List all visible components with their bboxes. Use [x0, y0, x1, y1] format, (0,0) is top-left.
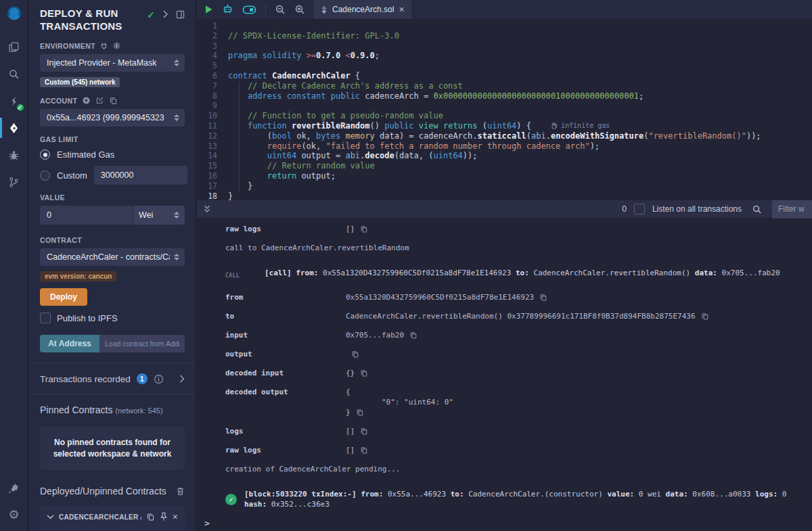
code-line[interactable]: 2// SPDX-License-Identifier: GPL-3.0: [197, 31, 812, 41]
divider: [29, 394, 196, 394]
trash-icon[interactable]: [176, 486, 185, 496]
search-icon[interactable]: [0, 62, 28, 86]
pin-panel-icon[interactable]: [176, 10, 185, 19]
ai-assistant-icon[interactable]: [222, 4, 233, 15]
contract-select[interactable]: CadenceArchCaler - contracts/Cac: [40, 248, 185, 266]
copy-icon[interactable]: [146, 512, 155, 522]
info-icon[interactable]: [112, 41, 121, 50]
line-number: 4: [197, 51, 228, 61]
at-address-input[interactable]: [99, 335, 185, 352]
tab-close-icon[interactable]: ×: [399, 6, 404, 13]
terminal-kv-row: logs[]: [225, 426, 805, 436]
account-select[interactable]: 0x55a...46923 (999.999945323: [40, 109, 185, 126]
zoom-out-button[interactable]: [275, 4, 286, 15]
terminal-kv-row: from0x55a1320D432759960C5Df0215a8dF78e1E…: [225, 292, 805, 302]
code-line[interactable]: 13 require(ok, "failed to fetch a random…: [197, 141, 812, 152]
code-line[interactable]: 17 }: [197, 181, 812, 191]
code-line[interactable]: 8 address constant public cadenceArch = …: [197, 91, 812, 101]
publish-ipfs-checkbox[interactable]: [40, 313, 51, 323]
remix-logo-icon[interactable]: [5, 5, 24, 24]
line-number: 15: [197, 161, 228, 171]
value-input[interactable]: [40, 206, 133, 225]
copy-icon[interactable]: [351, 350, 359, 359]
terminal-kv-row: raw logs[]: [225, 445, 805, 455]
debugger-icon[interactable]: [0, 143, 28, 167]
copy-icon[interactable]: [701, 312, 709, 321]
listen-all-checkbox[interactable]: [634, 204, 645, 214]
code-line[interactable]: 3: [197, 41, 812, 51]
deploy-run-icon[interactable]: [0, 116, 28, 140]
code-line[interactable]: 6contract CadenceArchCaler {: [197, 71, 812, 81]
pin-icon[interactable]: [160, 512, 168, 522]
settings-icon[interactable]: ⚙: [0, 503, 28, 527]
git-branch-icon[interactable]: [0, 170, 28, 194]
line-number: 17: [197, 181, 228, 191]
collapse-terminal-icon[interactable]: [202, 204, 212, 214]
file-explorer-icon[interactable]: [0, 34, 28, 59]
log-level-tag: call: [225, 268, 265, 281]
code-line[interactable]: 12 (bool ok, bytes memory data) = cadenc…: [197, 131, 812, 141]
copy-icon[interactable]: [356, 408, 364, 417]
copy-icon[interactable]: [360, 446, 368, 455]
forward-chevron-icon[interactable]: [162, 10, 168, 18]
transactions-recorded-row[interactable]: Transactions recorded 1: [40, 363, 185, 394]
plugin-manager-icon[interactable]: [0, 476, 28, 500]
log-key: decoded input: [225, 368, 346, 378]
code-line[interactable]: 16 return output;: [197, 171, 812, 181]
code-line[interactable]: 4pragma solidity >=0.7.0 <0.9.0;: [197, 51, 812, 61]
line-number: 11: [197, 121, 228, 131]
add-account-icon[interactable]: [82, 96, 91, 105]
environment-select[interactable]: Injected Provider - MetaMask: [40, 54, 185, 72]
code-line[interactable]: 11 function revertibleRandom() public vi…: [197, 121, 812, 131]
terminal-filter-input[interactable]: [772, 200, 812, 218]
copy-account-icon[interactable]: [109, 96, 118, 105]
at-address-button[interactable]: At Address: [40, 335, 99, 352]
chevron-down-icon[interactable]: [47, 514, 54, 520]
publish-ipfs-option[interactable]: Publish to IPFS: [40, 313, 185, 323]
code-line[interactable]: 18}: [197, 191, 812, 200]
code-line[interactable]: 9: [197, 101, 812, 111]
copy-icon[interactable]: [360, 427, 368, 436]
copy-icon[interactable]: [360, 369, 368, 377]
line-number: 10: [197, 111, 228, 121]
copy-icon[interactable]: [409, 331, 418, 340]
close-icon[interactable]: ×: [173, 513, 178, 520]
run-script-button[interactable]: [204, 5, 213, 14]
copy-icon[interactable]: [539, 293, 547, 302]
zoom-in-button[interactable]: [294, 4, 305, 15]
line-number: 13: [197, 141, 228, 152]
terminal-text-row: call to CadenceArchCaler.revertibleRando…: [225, 243, 805, 253]
line-number: 14: [197, 151, 228, 161]
plug-icon[interactable]: [100, 42, 108, 50]
code-line[interactable]: 14 uint64 output = abi.decode(data, (uin…: [197, 151, 812, 161]
log-value: [346, 349, 359, 359]
network-badge: Custom (545) network: [40, 77, 120, 87]
code-line[interactable]: 7 // Declare Cadence Arch's address as a…: [197, 81, 812, 91]
code-line[interactable]: 15 // Return random value: [197, 161, 812, 171]
copy-icon[interactable]: [360, 225, 368, 233]
search-icon[interactable]: [752, 204, 762, 214]
solidity-compiler-icon[interactable]: ✓: [0, 89, 28, 113]
value-unit-select[interactable]: Wei: [133, 206, 185, 225]
block-summary[interactable]: [block:5033220 txIndex:-] from: 0x55a...…: [244, 489, 805, 509]
code-line[interactable]: 5: [197, 61, 812, 71]
custom-gas-radio[interactable]: [40, 170, 50, 181]
gas-estimate-annotation: infinite gas: [551, 121, 610, 131]
custom-gas-input[interactable]: [94, 166, 187, 185]
copilot-toggle-icon[interactable]: [242, 5, 256, 15]
edit-account-icon[interactable]: [95, 96, 104, 105]
tab-cadencearch-sol[interactable]: CadenceArch.sol ×: [314, 0, 411, 19]
code-line[interactable]: 10 // Function to get a pseudo-random va…: [197, 111, 812, 121]
info-icon[interactable]: [154, 374, 164, 384]
radio-selected-icon[interactable]: [40, 149, 50, 160]
code-line[interactable]: 1: [197, 21, 812, 31]
call-summary[interactable]: [call] from: 0x55a1320D432759960C5Df0215…: [265, 268, 780, 278]
code-editor[interactable]: 12// SPDX-License-Identifier: GPL-3.034p…: [197, 19, 812, 200]
expand-chevron-icon[interactable]: [179, 375, 185, 383]
terminal-kv-row: raw logs[]: [225, 224, 805, 234]
chevron-updown-icon: [174, 114, 179, 121]
estimated-gas-option[interactable]: Estimated Gas: [40, 149, 185, 160]
toolbar-separator: [265, 4, 266, 15]
terminal-prompt[interactable]: >: [204, 518, 210, 528]
deploy-button[interactable]: Deploy: [40, 288, 87, 306]
